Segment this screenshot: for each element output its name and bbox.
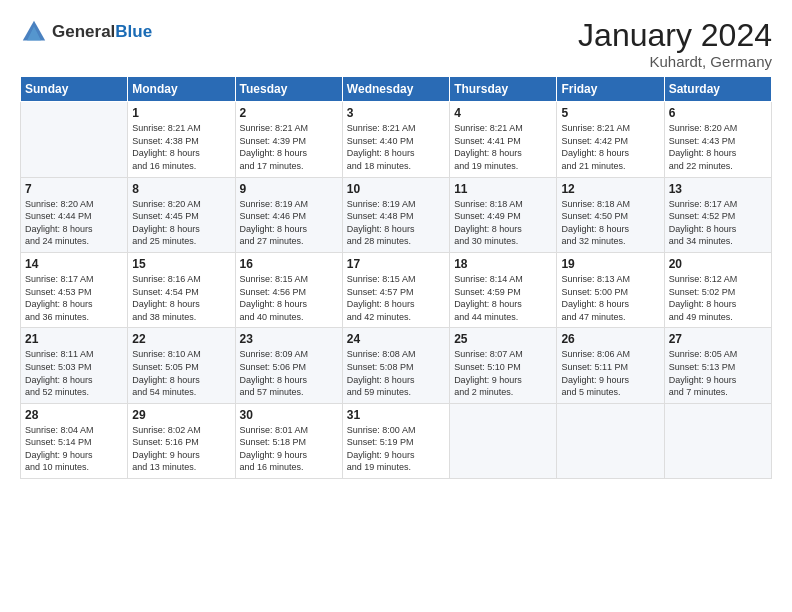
- daylight-minutes: and 16 minutes.: [132, 160, 230, 173]
- sunrise-text: Sunrise: 8:18 AM: [561, 198, 659, 211]
- table-row: 23Sunrise: 8:09 AMSunset: 5:06 PMDayligh…: [235, 328, 342, 403]
- daylight-minutes: and 52 minutes.: [25, 386, 123, 399]
- day-info: Sunrise: 8:19 AMSunset: 4:46 PMDaylight:…: [240, 198, 338, 248]
- day-info: Sunrise: 8:21 AMSunset: 4:42 PMDaylight:…: [561, 122, 659, 172]
- main-title: January 2024: [578, 18, 772, 53]
- sunset-text: Sunset: 4:52 PM: [669, 210, 767, 223]
- table-row: 15Sunrise: 8:16 AMSunset: 4:54 PMDayligh…: [128, 252, 235, 327]
- daylight-minutes: and 7 minutes.: [669, 386, 767, 399]
- daylight-text: Daylight: 9 hours: [25, 449, 123, 462]
- daylight-minutes: and 19 minutes.: [454, 160, 552, 173]
- table-row: 29Sunrise: 8:02 AMSunset: 5:16 PMDayligh…: [128, 403, 235, 478]
- daylight-text: Daylight: 8 hours: [25, 374, 123, 387]
- daylight-text: Daylight: 8 hours: [240, 223, 338, 236]
- sunset-text: Sunset: 4:45 PM: [132, 210, 230, 223]
- daylight-text: Daylight: 8 hours: [454, 147, 552, 160]
- daylight-minutes: and 40 minutes.: [240, 311, 338, 324]
- day-number: 8: [132, 182, 230, 196]
- day-number: 12: [561, 182, 659, 196]
- daylight-text: Daylight: 8 hours: [454, 298, 552, 311]
- day-info: Sunrise: 8:05 AMSunset: 5:13 PMDaylight:…: [669, 348, 767, 398]
- logo-general: General: [52, 22, 115, 41]
- sunrise-text: Sunrise: 8:11 AM: [25, 348, 123, 361]
- page-container: GeneralBlue January 2024 Kuhardt, German…: [0, 0, 792, 489]
- day-number: 23: [240, 332, 338, 346]
- day-number: 31: [347, 408, 445, 422]
- day-number: 22: [132, 332, 230, 346]
- daylight-minutes: and 13 minutes.: [132, 461, 230, 474]
- sunset-text: Sunset: 5:18 PM: [240, 436, 338, 449]
- daylight-text: Daylight: 9 hours: [132, 449, 230, 462]
- table-row: 24Sunrise: 8:08 AMSunset: 5:08 PMDayligh…: [342, 328, 449, 403]
- sunrise-text: Sunrise: 8:21 AM: [347, 122, 445, 135]
- sunrise-text: Sunrise: 8:06 AM: [561, 348, 659, 361]
- daylight-text: Daylight: 9 hours: [669, 374, 767, 387]
- daylight-minutes: and 38 minutes.: [132, 311, 230, 324]
- day-number: 10: [347, 182, 445, 196]
- day-info: Sunrise: 8:01 AMSunset: 5:18 PMDaylight:…: [240, 424, 338, 474]
- sunset-text: Sunset: 4:48 PM: [347, 210, 445, 223]
- daylight-text: Daylight: 8 hours: [669, 298, 767, 311]
- daylight-text: Daylight: 8 hours: [347, 147, 445, 160]
- sunrise-text: Sunrise: 8:14 AM: [454, 273, 552, 286]
- daylight-minutes: and 24 minutes.: [25, 235, 123, 248]
- sunset-text: Sunset: 5:13 PM: [669, 361, 767, 374]
- day-info: Sunrise: 8:20 AMSunset: 4:45 PMDaylight:…: [132, 198, 230, 248]
- table-row: 25Sunrise: 8:07 AMSunset: 5:10 PMDayligh…: [450, 328, 557, 403]
- day-info: Sunrise: 8:17 AMSunset: 4:53 PMDaylight:…: [25, 273, 123, 323]
- daylight-minutes: and 28 minutes.: [347, 235, 445, 248]
- sunrise-text: Sunrise: 8:17 AM: [25, 273, 123, 286]
- day-info: Sunrise: 8:12 AMSunset: 5:02 PMDaylight:…: [669, 273, 767, 323]
- sunset-text: Sunset: 4:43 PM: [669, 135, 767, 148]
- daylight-minutes: and 10 minutes.: [25, 461, 123, 474]
- logo-blue: Blue: [115, 22, 152, 41]
- table-row: 28Sunrise: 8:04 AMSunset: 5:14 PMDayligh…: [21, 403, 128, 478]
- day-number: 11: [454, 182, 552, 196]
- day-number: 9: [240, 182, 338, 196]
- daylight-text: Daylight: 8 hours: [561, 223, 659, 236]
- sunrise-text: Sunrise: 8:05 AM: [669, 348, 767, 361]
- daylight-minutes: and 54 minutes.: [132, 386, 230, 399]
- calendar-week-row: 1Sunrise: 8:21 AMSunset: 4:38 PMDaylight…: [21, 102, 772, 177]
- logo-icon: [20, 18, 48, 46]
- sunrise-text: Sunrise: 8:07 AM: [454, 348, 552, 361]
- sunset-text: Sunset: 5:14 PM: [25, 436, 123, 449]
- day-number: 20: [669, 257, 767, 271]
- sunset-text: Sunset: 4:57 PM: [347, 286, 445, 299]
- day-number: 7: [25, 182, 123, 196]
- day-number: 13: [669, 182, 767, 196]
- table-row: 6Sunrise: 8:20 AMSunset: 4:43 PMDaylight…: [664, 102, 771, 177]
- table-row: 20Sunrise: 8:12 AMSunset: 5:02 PMDayligh…: [664, 252, 771, 327]
- table-row: 27Sunrise: 8:05 AMSunset: 5:13 PMDayligh…: [664, 328, 771, 403]
- daylight-minutes: and 22 minutes.: [669, 160, 767, 173]
- sunrise-text: Sunrise: 8:17 AM: [669, 198, 767, 211]
- day-number: 5: [561, 106, 659, 120]
- table-row: [450, 403, 557, 478]
- sunset-text: Sunset: 4:50 PM: [561, 210, 659, 223]
- day-info: Sunrise: 8:13 AMSunset: 5:00 PMDaylight:…: [561, 273, 659, 323]
- day-number: 28: [25, 408, 123, 422]
- daylight-minutes: and 16 minutes.: [240, 461, 338, 474]
- header-row: GeneralBlue January 2024 Kuhardt, German…: [20, 18, 772, 70]
- sunrise-text: Sunrise: 8:10 AM: [132, 348, 230, 361]
- day-number: 24: [347, 332, 445, 346]
- daylight-minutes: and 19 minutes.: [347, 461, 445, 474]
- sunrise-text: Sunrise: 8:04 AM: [25, 424, 123, 437]
- calendar-table: Sunday Monday Tuesday Wednesday Thursday…: [20, 76, 772, 479]
- sunset-text: Sunset: 5:10 PM: [454, 361, 552, 374]
- day-number: 19: [561, 257, 659, 271]
- subtitle: Kuhardt, Germany: [578, 53, 772, 70]
- day-number: 6: [669, 106, 767, 120]
- sunset-text: Sunset: 4:39 PM: [240, 135, 338, 148]
- header-wednesday: Wednesday: [342, 77, 449, 102]
- sunrise-text: Sunrise: 8:21 AM: [132, 122, 230, 135]
- day-info: Sunrise: 8:15 AMSunset: 4:56 PMDaylight:…: [240, 273, 338, 323]
- daylight-minutes: and 30 minutes.: [454, 235, 552, 248]
- day-info: Sunrise: 8:08 AMSunset: 5:08 PMDaylight:…: [347, 348, 445, 398]
- daylight-text: Daylight: 8 hours: [240, 147, 338, 160]
- sunset-text: Sunset: 5:16 PM: [132, 436, 230, 449]
- day-info: Sunrise: 8:16 AMSunset: 4:54 PMDaylight:…: [132, 273, 230, 323]
- sunrise-text: Sunrise: 8:13 AM: [561, 273, 659, 286]
- sunset-text: Sunset: 5:00 PM: [561, 286, 659, 299]
- daylight-minutes: and 25 minutes.: [132, 235, 230, 248]
